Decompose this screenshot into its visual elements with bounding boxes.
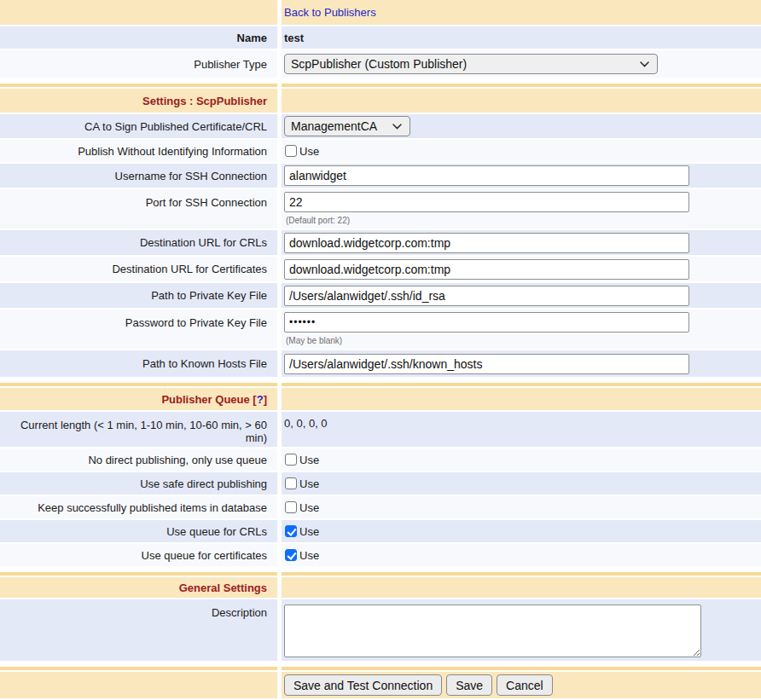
safe-direct-checkbox-label: Use	[299, 477, 319, 490]
settings-section-header-spacer	[282, 89, 761, 113]
known-hosts-path-input[interactable]	[284, 354, 689, 374]
private-key-password-input[interactable]	[284, 312, 689, 333]
safe-direct-checkbox-wrap[interactable]: Use	[284, 477, 319, 490]
private-key-password-label: Password to Private Key File	[0, 310, 277, 349]
queue-certs-checkbox-wrap[interactable]: Use	[284, 549, 319, 562]
publisher-type-selected-option: ScpPublisher (Custom Publisher)	[291, 57, 467, 71]
general-settings-header-spacer	[282, 577, 761, 598]
back-to-publishers-link[interactable]: Back to Publishers	[284, 6, 376, 19]
crl-url-input[interactable]	[284, 233, 689, 253]
safe-direct-label: Use safe direct publishing	[0, 472, 277, 495]
section-stripe	[282, 667, 761, 670]
settings-section: Settings : ScpPublisher CA to Sign Publi…	[0, 84, 761, 377]
queue-crls-label: Use queue for CRLs	[0, 520, 277, 542]
name-label: Name	[0, 26, 277, 49]
section-stripe	[0, 383, 277, 386]
actions-section: Save and Test Connection Save Cancel	[0, 667, 761, 698]
ssh-port-hint: (Default port: 22)	[284, 216, 350, 225]
section-stripe	[0, 572, 277, 576]
cancel-button[interactable]: Cancel	[497, 674, 553, 696]
private-key-path-input[interactable]	[284, 286, 689, 306]
save-and-test-connection-button[interactable]: Save and Test Connection	[284, 674, 442, 696]
queue-current-length-label: Current length (< 1 min, 1-10 min, 10-60…	[0, 412, 277, 447]
section-stripe	[282, 383, 761, 386]
publisher-queue-section: Publisher Queue [?] Current length (< 1 …	[0, 383, 761, 566]
publisher-type-select[interactable]: ScpPublisher (Custom Publisher)	[284, 54, 658, 74]
queue-crls-checkbox[interactable]	[285, 525, 297, 537]
name-value: test	[282, 26, 761, 49]
description-textarea[interactable]	[284, 605, 701, 657]
keep-published-checkbox-label: Use	[299, 501, 319, 514]
keep-published-label: Keep successfully published items in dat…	[0, 496, 277, 518]
safe-direct-checkbox[interactable]	[285, 477, 297, 489]
ssh-port-label: Port for SSH Connection	[0, 189, 277, 229]
ca-to-sign-label: CA to Sign Published Certificate/CRL	[0, 114, 277, 138]
private-key-path-label: Path to Private Key File	[0, 283, 277, 308]
anonymize-label: Publish Without Identifying Information	[0, 140, 277, 162]
top-section: Back to Publishers Name test Publisher T…	[0, 0, 761, 78]
save-button[interactable]: Save	[446, 674, 492, 696]
publisher-queue-header-text: Publisher Queue	[161, 393, 249, 406]
ca-selected-option: ManagementCA	[291, 119, 377, 133]
queue-crls-checkbox-wrap[interactable]: Use	[284, 525, 319, 538]
crl-url-label: Destination URL for CRLs	[0, 230, 277, 255]
queue-only-checkbox-wrap[interactable]: Use	[284, 454, 319, 466]
keep-published-checkbox-wrap[interactable]: Use	[284, 501, 319, 514]
publisher-type-label: Publisher Type	[0, 50, 277, 78]
actions-spacer	[0, 672, 277, 698]
queue-certs-label: Use queue for certificates	[0, 544, 277, 566]
general-settings-header: General Settings	[0, 577, 277, 598]
section-stripe	[282, 572, 761, 576]
section-stripe	[0, 667, 277, 670]
queue-certs-checkbox[interactable]	[285, 549, 297, 561]
anonymize-checkbox[interactable]	[285, 145, 297, 157]
description-label: Description	[0, 599, 277, 661]
top-header-spacer	[0, 0, 277, 25]
cert-url-label: Destination URL for Certificates	[0, 257, 277, 281]
queue-only-checkbox-label: Use	[299, 454, 319, 466]
publisher-queue-header: Publisher Queue [?]	[0, 388, 277, 410]
ssh-port-input[interactable]	[284, 192, 689, 212]
ssh-username-label: Username for SSH Connection	[0, 164, 277, 188]
ssh-username-input[interactable]	[284, 165, 689, 186]
keep-published-checkbox[interactable]	[285, 501, 297, 513]
chevron-down-icon	[640, 61, 649, 67]
anonymize-checkbox-wrap[interactable]: Use	[284, 145, 319, 158]
publisher-queue-header-spacer	[282, 388, 761, 410]
private-key-password-hint: (May be blank)	[284, 336, 342, 345]
help-bracket-close: ]	[264, 393, 267, 406]
ca-to-sign-select[interactable]: ManagementCA	[284, 116, 410, 136]
queue-current-length-value: 0, 0, 0, 0	[282, 412, 761, 447]
cert-url-input[interactable]	[284, 259, 689, 280]
chevron-down-icon	[392, 124, 402, 130]
queue-crls-checkbox-label: Use	[299, 525, 319, 538]
queue-only-checkbox[interactable]	[285, 454, 297, 466]
publisher-queue-help-link[interactable]: ?	[257, 393, 264, 406]
queue-only-label: No direct publishing, only use queue	[0, 448, 277, 471]
queue-certs-checkbox-label: Use	[299, 549, 319, 562]
anonymize-checkbox-label: Use	[299, 145, 319, 158]
known-hosts-path-label: Path to Known Hosts File	[0, 350, 277, 377]
section-stripe	[0, 84, 277, 87]
section-stripe	[282, 84, 761, 87]
general-settings-section: General Settings Description	[0, 572, 761, 661]
settings-section-header: Settings : ScpPublisher	[0, 89, 277, 113]
